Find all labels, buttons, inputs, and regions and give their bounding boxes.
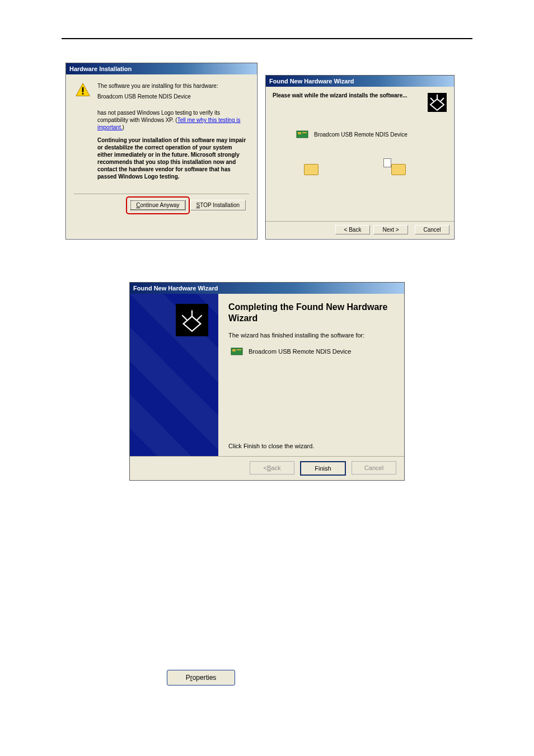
device-name: Broadcom USB Remote NDIS Device — [249, 348, 351, 355]
logo-test-text: has not passed Windows Logo testing to v… — [97, 109, 248, 131]
warning-icon — [75, 82, 91, 98]
warning-text: Continuing your installation of this sof… — [97, 137, 248, 180]
please-wait-text: Please wait while the wizard installs th… — [273, 92, 407, 98]
svg-rect-9 — [237, 349, 241, 350]
copy-animation — [304, 158, 447, 181]
found-new-hardware-complete-dialog: Found New Hardware Wizard Completing the… — [129, 282, 405, 481]
hardware-installation-dialog: Hardware Installation The software you a… — [65, 63, 257, 240]
dialog-title: Found New Hardware Wizard — [130, 283, 404, 294]
continue-anyway-button[interactable]: Continue Anyway — [130, 200, 185, 210]
hardware-icon — [176, 304, 208, 336]
device-name: Broadcom USB Remote NDIS Device — [97, 93, 248, 100]
dialog-title: Hardware Installation — [66, 63, 257, 74]
cancel-button: Cancel — [415, 225, 449, 234]
separator — [74, 194, 249, 194]
dialog-title: Found New Hardware Wizard — [266, 76, 454, 87]
svg-rect-5 — [298, 132, 301, 134]
file-icon — [383, 158, 391, 167]
found-new-hardware-progress-dialog: Found New Hardware Wizard Please wait wh… — [265, 75, 455, 240]
back-button: < Back — [250, 461, 294, 475]
device-name: Broadcom USB Remote NDIS Device — [314, 132, 407, 138]
network-card-icon — [296, 129, 308, 139]
finish-button[interactable]: Finish — [300, 461, 346, 476]
next-button: Next > — [373, 225, 408, 234]
svg-rect-8 — [232, 349, 236, 351]
network-card-icon — [231, 346, 243, 356]
svg-rect-1 — [82, 87, 84, 92]
cancel-button: Cancel — [352, 461, 396, 475]
svg-rect-6 — [302, 132, 307, 133]
folder-icon — [304, 164, 318, 175]
close-instruction: Click Finish to close the wizard. — [228, 443, 394, 449]
hardware-icon — [427, 92, 447, 112]
folder-icon — [391, 164, 406, 175]
properties-button[interactable]: Properties — [167, 670, 235, 685]
intro-text: The software you are installing for this… — [97, 82, 248, 90]
wizard-heading: Completing the Found New Hardware Wizard — [228, 302, 394, 324]
back-button: < Back — [335, 225, 370, 234]
header-rule — [62, 38, 472, 39]
wizard-sidebar — [130, 294, 218, 456]
finished-text: The wizard has finished installing the s… — [228, 332, 394, 339]
stop-installation-button[interactable]: STOP Installation — [190, 200, 246, 210]
svg-rect-2 — [82, 93, 84, 95]
